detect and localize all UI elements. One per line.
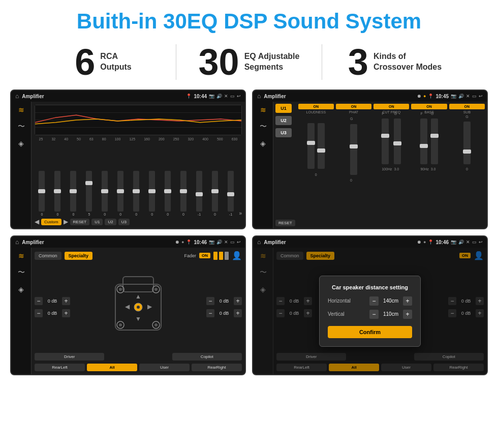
eq-reset-btn[interactable]: RESET (70, 219, 90, 225)
fader-on-badge: ON (199, 253, 210, 258)
sub-label: SUB (463, 110, 471, 114)
amp-cutfreq-channel: ON CUT FREQ F 100Hz G (374, 104, 409, 226)
fader-sliders (213, 252, 229, 260)
stat-crossover: 3 Kinds ofCrossover Modes (322, 44, 468, 80)
phat-slider[interactable] (350, 124, 357, 175)
eq-slider-9: 0 (176, 171, 191, 216)
tab-common[interactable]: Common (35, 252, 61, 260)
vertical-plus-btn[interactable]: + (403, 310, 412, 319)
loudness-slider-l[interactable] (307, 123, 315, 169)
user-btn[interactable]: User (139, 364, 190, 371)
copilot-btn[interactable]: Copilot (172, 353, 242, 361)
horizontal-minus-btn[interactable]: − (369, 296, 379, 306)
horizontal-plus-btn[interactable]: + (403, 296, 412, 306)
bass-slider-g[interactable] (431, 118, 438, 164)
eq-u3-btn[interactable]: U3 (118, 219, 130, 225)
svg-point-13 (119, 323, 122, 326)
eq-sidebar-icon-2[interactable]: 〜 (18, 122, 25, 131)
camera-icon-1: 📷 (209, 94, 214, 99)
eq-screen-content: ≋ 〜 ◈ (11, 102, 245, 228)
bottom-buttons-3: Driver Copilot (35, 353, 242, 361)
rl-plus-btn[interactable]: + (62, 309, 70, 317)
amp-sidebar-icon-1[interactable]: ≋ (260, 106, 266, 114)
settings-icon-3[interactable]: 👤 (232, 251, 242, 260)
home-icon-1[interactable]: ⌂ (15, 93, 19, 100)
amp-channels: ON LOUDNESS 0 (298, 104, 485, 226)
back-icon-3[interactable]: ↩ (237, 240, 241, 245)
eq-next[interactable]: ▶ (64, 218, 68, 225)
common-sidebar-icon-3[interactable]: ◈ (18, 285, 24, 293)
dot-icon-3: ● (181, 240, 184, 245)
eq-slider-10: -1 (192, 171, 207, 216)
dialog-vertical-label: Vertical (328, 311, 345, 317)
cutfreq-slider-f[interactable] (382, 118, 389, 164)
all-btn[interactable]: All (87, 364, 137, 371)
fr-plus-btn[interactable]: + (234, 297, 242, 305)
home-icon-3[interactable]: ⌂ (15, 238, 19, 246)
common-sidebar-icon-1[interactable]: ≋ (18, 252, 24, 260)
tab-specialty[interactable]: Specialty (65, 252, 93, 260)
amp-u1-btn[interactable]: U1 (275, 104, 292, 113)
amp-sidebar-icon-2[interactable]: 〜 (260, 122, 267, 131)
driver-btn[interactable]: Driver (35, 353, 104, 361)
eq-sidebar-icon-1[interactable]: ≋ (18, 106, 24, 114)
location-icon-4: 📍 (428, 240, 433, 245)
back-icon-4[interactable]: ↩ (479, 240, 483, 245)
svg-text:▼: ▼ (135, 315, 141, 322)
fl-plus-btn[interactable]: + (62, 297, 70, 305)
dialog-vertical-field: Vertical − 110cm + (328, 310, 412, 319)
eq-sidebar-icon-3[interactable]: ◈ (18, 139, 24, 147)
amp-u2-btn[interactable]: U2 (275, 116, 292, 125)
camera-icon-2: 📷 (451, 94, 456, 99)
amp-screen-content: ≋ 〜 ◈ U1 U2 U3 RESET ON LOUDNESS (253, 102, 487, 228)
eq-u2-btn[interactable]: U2 (105, 219, 116, 225)
record-icon-4: ⏺ (417, 240, 421, 245)
window-icon-2: ▭ (472, 94, 477, 99)
fr-db-value: 0 dB (216, 298, 232, 304)
loudness-slider-r[interactable] (318, 123, 325, 169)
fl-minus-btn[interactable]: − (35, 297, 43, 305)
sub-slider[interactable] (463, 122, 471, 164)
amp-sub-channel: ON SUB G 0 (449, 104, 485, 226)
eq-prev[interactable]: ◀ (35, 218, 39, 225)
home-icon-4[interactable]: ⌂ (257, 238, 261, 246)
eq-u1-btn[interactable]: U1 (91, 219, 103, 225)
eq-custom-btn[interactable]: Custom (41, 219, 61, 225)
amp-presets: U1 U2 U3 RESET (275, 104, 295, 226)
status-icons-4: ⏺ ● 📍 10:46 📷 🔊 ✕ ▭ ↩ (417, 240, 483, 245)
eq-slider-3: 5 (82, 171, 97, 216)
rearleft-btn[interactable]: RearLeft (35, 364, 85, 371)
dialog-overlay: Car speaker distance setting Horizontal … (253, 248, 487, 374)
home-icon-2[interactable]: ⌂ (257, 93, 261, 100)
back-icon-2[interactable]: ↩ (479, 94, 483, 99)
rearright-btn[interactable]: RearRight (192, 364, 242, 371)
amp-sidebar-icon-3[interactable]: ◈ (260, 139, 266, 147)
location-icon-1: 📍 (186, 94, 192, 99)
eq-slider-12: -1 (223, 171, 238, 216)
amp-reset-btn[interactable]: RESET (275, 220, 295, 226)
amp-u3-btn[interactable]: U3 (275, 128, 292, 137)
rr-minus-btn[interactable]: − (206, 309, 214, 317)
time-1: 10:44 (194, 94, 207, 99)
rl-minus-btn[interactable]: − (35, 309, 43, 317)
camera-icon-4: 📷 (451, 240, 456, 245)
status-bar-3: ⌂ Amplifier ⏺ ● 📍 10:46 📷 🔊 ✕ ▭ ↩ (11, 236, 245, 248)
bass-slider-f[interactable] (420, 118, 427, 164)
amp-sidebar: ≋ 〜 ◈ (253, 102, 273, 228)
cutfreq-slider-g[interactable] (394, 118, 401, 164)
back-icon-1[interactable]: ↩ (237, 94, 241, 99)
confirm-button[interactable]: Confirm (328, 326, 412, 338)
rr-plus-btn[interactable]: + (234, 309, 242, 317)
window-icon-1: ▭ (230, 94, 235, 99)
dot-icon-4: ● (423, 240, 426, 245)
eq-slider-2: 0 (66, 171, 81, 216)
window-icon-4: ▭ (472, 240, 477, 245)
eq-sliders: 0 0 0 5 0 (35, 143, 242, 216)
amplifier-title-2: Amplifier (264, 94, 414, 99)
db-row-rr: − 0 dB + (206, 309, 242, 317)
vertical-minus-btn[interactable]: − (369, 310, 379, 319)
time-4: 10:46 (435, 240, 449, 245)
common-sidebar-icon-2[interactable]: 〜 (18, 268, 25, 277)
dialog-horizontal-field: Horizontal − 140cm + (328, 296, 412, 306)
fr-minus-btn[interactable]: − (206, 297, 214, 305)
